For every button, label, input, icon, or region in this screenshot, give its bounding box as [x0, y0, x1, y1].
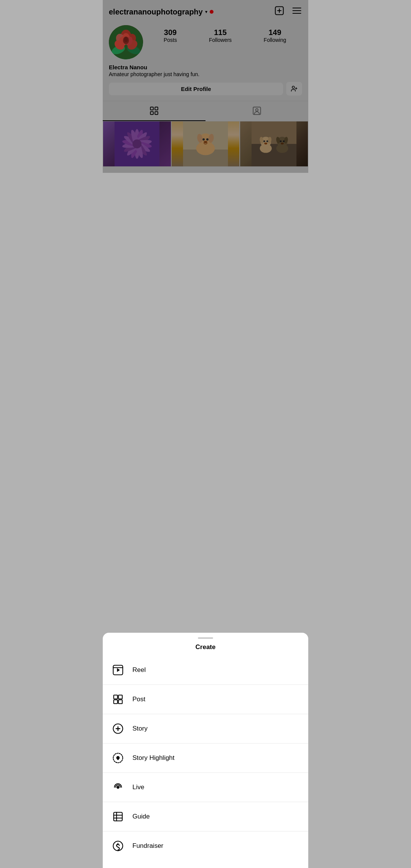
bottom-sheet-overlay[interactable] [103, 0, 308, 173]
